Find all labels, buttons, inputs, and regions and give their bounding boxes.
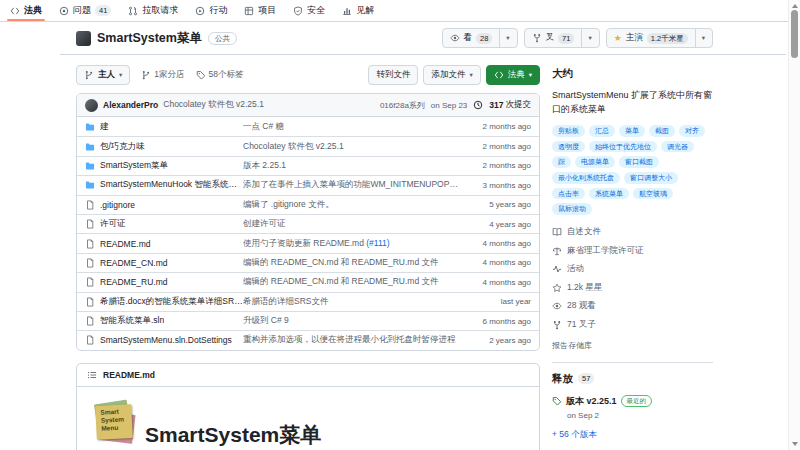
file-row[interactable]: .gitignore 编辑了 .gitignore 文件。 5 years ag… [77,195,539,214]
branch-selector[interactable]: 主人 [76,65,130,85]
issue-icon [59,6,69,16]
topic-tag[interactable]: 系统菜单 [589,188,629,200]
file-row[interactable]: SmartSystem菜单 版本 2.25.1 2 months ago [77,156,539,175]
topic-tag[interactable]: 窗口调整大小 [624,172,678,184]
readme-link[interactable]: 自述文件 [552,226,713,238]
topic-tag[interactable]: 最小化到系统托盘 [552,172,620,184]
file-commit-message[interactable]: Chocolatey 软件包 v2.25.1 [243,141,344,151]
issues-count-badge: 41 [95,5,111,16]
forks-link[interactable]: 71 叉子 [552,319,713,331]
folder-icon [85,180,95,190]
topic-tag[interactable]: 调光器 [661,141,694,153]
readme-tab[interactable]: README.md [103,370,155,380]
file-name[interactable]: SmartSystemMenuHook 智能系统菜... [100,179,243,191]
commit-message[interactable]: Chocolatey 软件包 v2.25.1 [163,99,264,111]
commit-hash[interactable]: 016f28a系列 [380,100,425,111]
activity-link[interactable]: 活动 [552,263,713,275]
issue-ref-link[interactable]: (#111) [366,238,389,248]
file-row[interactable]: 希腊语.docx的智能系统菜单详细SRS... 希腊语的详细SRS文件 last… [77,292,539,311]
commit-author[interactable]: AlexanderPro [103,100,158,110]
code-button[interactable]: 法典 [486,65,540,85]
topic-tag[interactable]: 汇总 [589,125,615,137]
go-to-file-button[interactable]: 转到文件 [368,65,418,85]
readme-label: 自述文件 [567,226,601,238]
file-row[interactable]: README_RU.md 编辑的 README_CN.md 和 README_R… [77,272,539,291]
tab-insights[interactable]: 见解 [342,0,374,21]
more-releases-link[interactable]: + 56 个版本 [552,429,597,441]
scroll-down-arrow[interactable] [792,442,798,446]
file-name[interactable]: 许可证 [100,218,126,230]
branch-icon [84,70,94,80]
file-name[interactable]: SmartSystemMenu.sln.DotSettings [100,335,232,345]
file-commit-message[interactable]: 编辑的 README_CN.md 和 README_RU.md 文件 [243,276,439,286]
topic-tag[interactable]: 透明度 [552,141,585,153]
topic-tag[interactable]: 电源菜单 [575,156,615,168]
vertical-scrollbar[interactable] [788,0,800,450]
branches-link[interactable]: 1家分店 [141,69,184,81]
file-commit-message[interactable]: 版本 2.25.1 [243,160,286,170]
file-commit-message[interactable]: 编辑了 .gitignore 文件。 [243,199,334,209]
file-date: 6 months ago [467,317,531,326]
releases-title[interactable]: 释放 [552,372,573,386]
file-toolbar: 主人 1家分店 58个标签 转到文件 添加文件 [76,65,540,85]
file-name[interactable]: README_CN.md [100,258,168,268]
commit-author-avatar[interactable] [85,99,98,112]
tab-security[interactable]: 安全 [293,0,325,21]
file-name[interactable]: SmartSystem菜单 [100,160,168,172]
file-row[interactable]: 许可证 创建许可证 4 years ago [77,214,539,233]
file-row[interactable]: README.md 使用勺子资助更新 README.md (#111) 4 mo… [77,233,539,252]
file-name[interactable]: 建 [100,121,109,133]
star-button[interactable]: 主演 1.2千米星 [606,28,713,48]
tab-code[interactable]: 法典 [10,0,42,21]
scrollbar-thumb[interactable] [791,10,798,58]
file-commit-message[interactable]: 重构并添加选项，以便在将进程最小化到托盘时暂停进程 [243,334,456,344]
topic-tag[interactable]: 窗口截图 [619,156,659,168]
repo-owner-avatar[interactable] [76,31,91,46]
scroll-up-arrow[interactable] [792,4,798,8]
file-row[interactable]: SmartSystemMenuHook 智能系统菜... 添加了在事件上插入菜单… [77,175,539,194]
file-name[interactable]: 智能系统菜单.sln [100,315,164,327]
file-commit-message[interactable]: 编辑的 README_CN.md 和 README_RU.md 文件 [243,257,439,267]
tab-actions[interactable]: 行动 [195,0,227,21]
file-row[interactable]: 包/巧克力味 Chocolatey 软件包 v2.25.1 2 months a… [77,136,539,155]
file-row[interactable]: SmartSystemMenu.sln.DotSettings 重构并添加选项，… [77,330,539,349]
tags-link[interactable]: 58个标签 [196,69,244,81]
file-name[interactable]: 包/巧克力味 [100,141,145,153]
topic-tag[interactable]: 点击率 [552,188,585,200]
file-row[interactable]: README_CN.md 编辑的 README_CN.md 和 README_R… [77,253,539,272]
commits-link[interactable]: 317 次提交 [489,99,531,111]
report-repository-link[interactable]: 报告存储库 [552,340,592,351]
file-name[interactable]: 希腊语.docx的智能系统菜单详细SRS... [100,296,243,308]
file-commit-message[interactable]: 创建许可证 [243,218,286,228]
divider [552,362,713,363]
stars-link[interactable]: 1.2k 星星 [552,282,713,294]
file-commit-message[interactable]: 希腊语的详细SRS文件 [243,296,328,306]
file-commit-message[interactable]: 添加了在事件上插入菜单项的功能WM_INITMENUPOPUP以便... [243,179,467,189]
topic-tag[interactable]: 菜单 [619,125,645,137]
topic-tag[interactable]: 始终位于优先地位 [589,141,657,153]
topic-tag[interactable]: 对齐 [679,125,705,137]
topic-tag[interactable]: 截图 [649,125,675,137]
topic-tag[interactable]: 剪贴板 [552,125,585,137]
file-row[interactable]: 建 一点 C# 糖 2 months ago [77,117,539,136]
tab-pull-requests[interactable]: 拉取请求 [128,0,178,21]
topic-tag[interactable]: 踪 [552,156,571,168]
watching-link[interactable]: 28 观看 [552,300,713,312]
topic-tag[interactable]: 鼠标滚动 [552,203,592,215]
file-name[interactable]: README.md [100,239,151,249]
tab-projects[interactable]: 项目 [244,0,276,21]
file-commit-message[interactable]: 使用勺子资助更新 README.md [243,238,364,248]
topic-tag[interactable]: 航空玻璃 [633,188,673,200]
tab-issues[interactable]: 问题 41 [59,0,111,21]
add-file-button[interactable]: 添加文件 [423,65,480,85]
file-name[interactable]: .gitignore [100,200,135,210]
file-row[interactable]: 智能系统菜单.sln 升级到 C# 9 6 months ago [77,311,539,330]
license-link[interactable]: 麻省理工学院许可证 [552,245,713,257]
file-commit-message[interactable]: 升级到 C# 9 [243,315,289,325]
file-commit-message[interactable]: 一点 C# 糖 [243,121,284,131]
file-name[interactable]: README_RU.md [100,277,168,287]
watch-button[interactable]: 看 28 [442,28,518,48]
fork-button[interactable]: 叉 71 [524,28,600,48]
latest-release[interactable]: 版本 v2.25.1 最近的 [552,395,713,408]
list-icon[interactable] [87,370,97,380]
